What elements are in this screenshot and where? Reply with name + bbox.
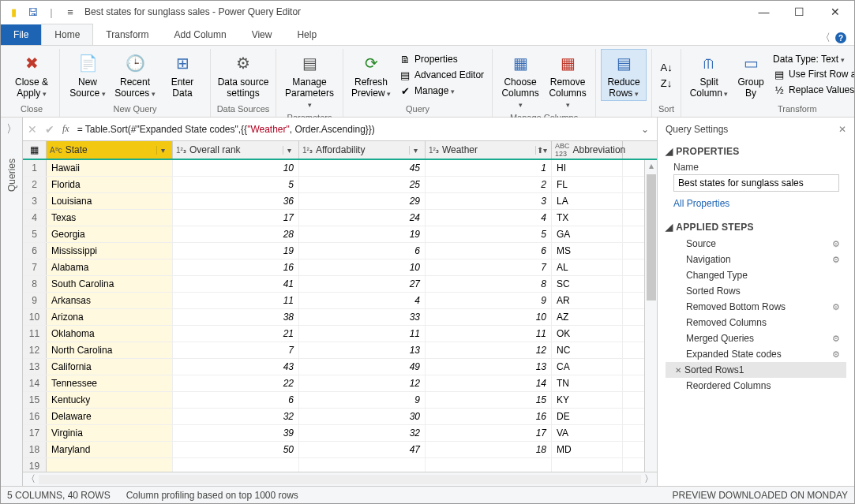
split-column-button[interactable]: ⫙Split Column <box>686 49 732 101</box>
advanced-editor-button[interactable]: ▤Advanced Editor <box>396 67 487 83</box>
table-row[interactable]: 12North Carolina71312NC <box>23 342 657 359</box>
row-number[interactable]: 2 <box>23 177 47 192</box>
close-apply-button[interactable]: ✖ Close & Apply <box>9 49 54 101</box>
table-row[interactable]: 7Alabama16107AL <box>23 259 657 276</box>
table-row[interactable]: 16Delaware323016DE <box>23 409 657 425</box>
cell-state[interactable]: Delaware <box>47 409 173 424</box>
cell-abbrev[interactable]: LA <box>552 193 623 209</box>
enter-data-button[interactable]: ⊞Enter Data <box>159 49 205 101</box>
cell-rank[interactable]: 43 <box>173 359 299 375</box>
cell-rank[interactable]: 17 <box>173 210 299 226</box>
grid-corner-button[interactable]: ▦ <box>23 141 47 159</box>
minimize-button[interactable]: — <box>746 1 782 23</box>
cell-afford[interactable]: 6 <box>299 243 426 259</box>
sort-desc-button[interactable]: Z↓ <box>657 75 676 91</box>
column-header-abbrev[interactable]: ABC123Abbreviation <box>552 141 623 159</box>
cell-afford[interactable]: 27 <box>299 276 426 292</box>
filter-icon[interactable]: ▾ <box>283 146 295 155</box>
cell-afford[interactable]: 32 <box>299 425 426 441</box>
column-header-afford[interactable]: 1²₃Affordability▾ <box>299 141 426 159</box>
formula-cancel-icon[interactable]: ✕ <box>28 123 37 136</box>
row-number[interactable]: 3 <box>23 193 47 209</box>
vertical-scrollbar[interactable]: ▴ <box>644 160 657 472</box>
table-row[interactable]: 13California434913CA <box>23 359 657 375</box>
cell-state[interactable]: Virginia <box>47 425 173 441</box>
cell-weather[interactable]: 7 <box>426 259 552 275</box>
cell-afford[interactable]: 45 <box>299 160 426 176</box>
row-number[interactable]: 11 <box>23 326 47 342</box>
formula-expand-icon[interactable]: ⌄ <box>638 124 652 135</box>
scroll-right-icon[interactable]: 〉 <box>644 472 654 486</box>
help-icon[interactable]: ? <box>835 32 846 43</box>
cell-rank[interactable]: 19 <box>173 243 299 259</box>
cell-rank[interactable]: 5 <box>173 177 299 192</box>
data-type-button[interactable]: Data Type: Text <box>770 52 855 66</box>
applied-step-item[interactable]: Navigation⚙ <box>666 252 846 267</box>
cell-abbrev[interactable]: MD <box>552 442 623 457</box>
applied-step-item[interactable]: Changed Type <box>666 267 846 283</box>
applied-steps-header[interactable]: ◢APPLIED STEPS <box>666 222 846 233</box>
gear-icon[interactable]: ⚙ <box>832 255 840 265</box>
cell-afford[interactable]: 24 <box>299 210 426 226</box>
cell-state[interactable]: Hawaii <box>47 160 173 176</box>
cell-state[interactable]: North Carolina <box>47 342 173 358</box>
table-row[interactable]: 10Arizona383310AZ <box>23 309 657 326</box>
row-number[interactable]: 13 <box>23 359 47 375</box>
row-number[interactable]: 12 <box>23 342 47 358</box>
table-row[interactable]: 6Mississippi1966MS <box>23 243 657 259</box>
applied-step-item[interactable]: Sorted Rows <box>666 283 846 299</box>
tab-home[interactable]: Home <box>41 24 93 45</box>
applied-step-item[interactable]: Removed Columns <box>666 315 846 330</box>
cell-rank[interactable]: 39 <box>173 425 299 441</box>
reduce-rows-button[interactable]: ▤Reduce Rows <box>601 49 647 101</box>
cell-weather[interactable] <box>426 458 552 472</box>
cell-weather[interactable]: 2 <box>426 177 552 192</box>
applied-step-item[interactable]: Reordered Columns <box>666 378 846 394</box>
sort-asc-button[interactable]: A↓ <box>657 59 676 75</box>
save-icon[interactable]: 🖫 <box>24 4 40 20</box>
cell-weather[interactable]: 10 <box>426 309 552 325</box>
gear-icon[interactable]: ⚙ <box>832 239 840 249</box>
cell-abbrev[interactable]: HI <box>552 160 623 176</box>
close-window-button[interactable]: ✕ <box>817 1 853 23</box>
cell-state[interactable] <box>47 458 173 472</box>
cell-rank[interactable]: 11 <box>173 293 299 308</box>
first-row-headers-button[interactable]: ▤Use First Row as Headers <box>770 66 855 82</box>
scroll-thumb[interactable] <box>647 174 656 301</box>
row-number[interactable]: 10 <box>23 309 47 325</box>
tab-help[interactable]: Help <box>284 24 329 45</box>
cell-state[interactable]: Maryland <box>47 442 173 457</box>
table-row[interactable]: 19 <box>23 458 657 472</box>
cell-abbrev[interactable]: KY <box>552 392 623 408</box>
cell-afford[interactable]: 4 <box>299 293 426 308</box>
gear-icon[interactable]: ⚙ <box>832 334 840 344</box>
table-row[interactable]: 17Virginia393217VA <box>23 425 657 442</box>
tab-transform[interactable]: Transform <box>93 24 161 45</box>
applied-step-item[interactable]: Source⚙ <box>666 236 846 252</box>
close-panel-icon[interactable]: ✕ <box>838 124 846 135</box>
row-number[interactable]: 14 <box>23 375 47 391</box>
cell-abbrev[interactable]: FL <box>552 177 623 192</box>
cell-rank[interactable]: 41 <box>173 276 299 292</box>
cell-state[interactable]: Kentucky <box>47 392 173 408</box>
applied-step-item[interactable]: Merged Queries⚙ <box>666 330 846 346</box>
queries-rail[interactable]: 〉 Queries <box>1 118 23 486</box>
maximize-button[interactable]: ☐ <box>782 1 817 23</box>
table-row[interactable]: 8South Carolina41278SC <box>23 276 657 293</box>
cell-afford[interactable]: 13 <box>299 342 426 358</box>
scroll-left-icon[interactable]: 〈 <box>26 472 36 486</box>
cell-afford[interactable]: 19 <box>299 226 426 242</box>
cell-rank[interactable] <box>173 458 299 472</box>
formula-commit-icon[interactable]: ✔ <box>45 123 54 136</box>
cell-abbrev[interactable]: OK <box>552 326 623 342</box>
cell-rank[interactable]: 6 <box>173 392 299 408</box>
row-number[interactable]: 9 <box>23 293 47 308</box>
cell-rank[interactable]: 22 <box>173 375 299 391</box>
row-number[interactable]: 17 <box>23 425 47 441</box>
cell-abbrev[interactable]: AL <box>552 259 623 275</box>
cell-abbrev[interactable]: AZ <box>552 309 623 325</box>
table-row[interactable]: 15Kentucky6915KY <box>23 392 657 409</box>
manage-parameters-button[interactable]: ▤Manage Parameters <box>281 49 338 111</box>
cell-abbrev[interactable]: VA <box>552 425 623 441</box>
refresh-preview-button[interactable]: ⟳Refresh Preview <box>348 49 394 101</box>
